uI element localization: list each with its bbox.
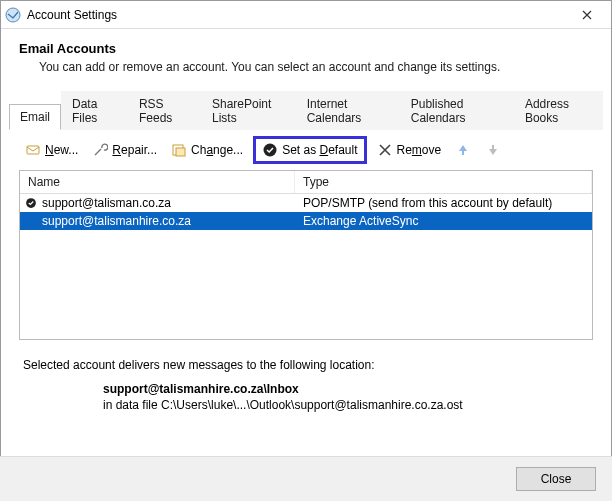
- tab-published-calendars[interactable]: Published Calendars: [400, 91, 514, 130]
- heading-subtitle: You can add or remove an account. You ca…: [39, 60, 593, 74]
- toolbar: New... Repair... Change... Set as Defaul…: [9, 130, 603, 170]
- footer-line2: support@talismanhire.co.za\Inbox: [103, 382, 589, 396]
- close-button[interactable]: Close: [516, 467, 596, 491]
- account-type: Exchange ActiveSync: [295, 214, 592, 228]
- footer-line1: Selected account delivers new messages t…: [23, 358, 589, 372]
- app-icon: [5, 7, 21, 23]
- tab-strip: Email Data Files RSS Feeds SharePoint Li…: [9, 90, 603, 130]
- svg-rect-3: [176, 148, 185, 156]
- arrow-down-icon: [485, 142, 501, 158]
- heading-title: Email Accounts: [19, 41, 593, 56]
- list-header: Name Type: [20, 171, 592, 194]
- footer-info: Selected account delivers new messages t…: [1, 340, 611, 422]
- new-icon: [25, 142, 41, 158]
- col-header-name[interactable]: Name: [20, 171, 295, 193]
- svg-point-0: [6, 8, 20, 22]
- dialog-buttons: Close: [0, 456, 612, 501]
- tab-data-files[interactable]: Data Files: [61, 91, 128, 130]
- accounts-list: Name Type support@talisman.co.za POP/SMT…: [19, 170, 593, 340]
- heading-block: Email Accounts You can add or remove an …: [1, 29, 611, 84]
- close-window-button[interactable]: [567, 1, 607, 29]
- svg-rect-1: [27, 146, 39, 154]
- repair-button[interactable]: Repair...: [88, 140, 161, 160]
- set-as-default-button[interactable]: Set as Default: [253, 136, 366, 164]
- account-row[interactable]: support@talismanhire.co.za Exchange Acti…: [20, 212, 592, 230]
- account-row[interactable]: support@talisman.co.za POP/SMTP (send fr…: [20, 194, 592, 212]
- footer-line3: in data file C:\Users\luke\...\Outlook\s…: [103, 398, 589, 412]
- repair-icon: [92, 142, 108, 158]
- titlebar: Account Settings: [1, 1, 611, 29]
- default-account-icon: [20, 197, 42, 209]
- move-down-button[interactable]: [481, 140, 505, 160]
- check-circle-icon: [262, 142, 278, 158]
- col-header-type[interactable]: Type: [295, 171, 592, 193]
- move-up-button[interactable]: [451, 140, 475, 160]
- remove-icon: [377, 142, 393, 158]
- account-name: support@talismanhire.co.za: [42, 214, 295, 228]
- change-icon: [171, 142, 187, 158]
- account-type: POP/SMTP (send from this account by defa…: [295, 196, 592, 210]
- tab-rss-feeds[interactable]: RSS Feeds: [128, 91, 201, 130]
- remove-button[interactable]: Remove: [373, 140, 446, 160]
- account-name: support@talisman.co.za: [42, 196, 295, 210]
- tab-address-books[interactable]: Address Books: [514, 91, 603, 130]
- arrow-up-icon: [455, 142, 471, 158]
- tab-email[interactable]: Email: [9, 104, 61, 130]
- tab-sharepoint-lists[interactable]: SharePoint Lists: [201, 91, 296, 130]
- change-button[interactable]: Change...: [167, 140, 247, 160]
- new-button[interactable]: New...: [21, 140, 82, 160]
- new-label-rest: ew...: [54, 143, 79, 157]
- tab-internet-calendars[interactable]: Internet Calendars: [296, 91, 400, 130]
- window-title: Account Settings: [27, 8, 567, 22]
